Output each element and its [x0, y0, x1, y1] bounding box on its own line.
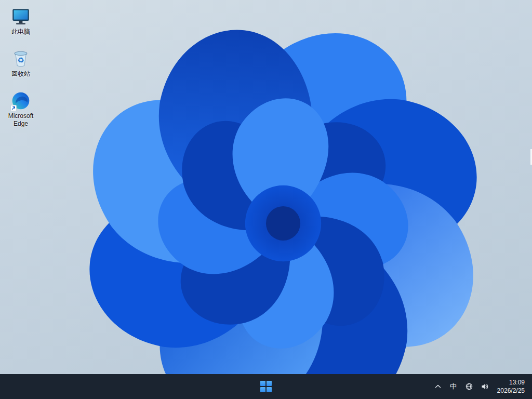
- svg-text:♻: ♻: [17, 56, 24, 64]
- volume-button[interactable]: [477, 378, 492, 395]
- desktop-icon-recycle-bin[interactable]: ♻ 回收站: [1, 46, 41, 80]
- desktop-icon-label: 此电脑: [11, 28, 30, 36]
- clock-time: 13:09: [509, 378, 525, 387]
- globe-icon: [465, 382, 473, 391]
- ime-indicator[interactable]: 中: [446, 378, 461, 395]
- clock-date: 2026/2/25: [497, 387, 525, 395]
- clock[interactable]: 13:09 2026/2/25: [493, 376, 529, 397]
- network-button[interactable]: [462, 378, 476, 395]
- desktop-icon-label: 回收站: [11, 70, 30, 78]
- recycle-bin-icon: ♻: [11, 49, 30, 68]
- desktop-icon-column: 此电脑 ♻ 回收站: [1, 4, 41, 138]
- desktop-icon-this-pc[interactable]: 此电脑: [1, 4, 41, 38]
- desktop-icon-label: Microsoft Edge: [2, 112, 39, 128]
- system-tray: 中 13:09 2026/2/25: [431, 374, 529, 399]
- bloom-artwork: [0, 0, 532, 399]
- windows-logo-icon: [260, 381, 272, 392]
- monitor-icon: [11, 7, 30, 26]
- taskbar: 中 13:09 2026/2/25: [0, 374, 532, 399]
- desktop-wallpaper: [0, 0, 532, 399]
- shortcut-arrow-icon: [10, 105, 17, 111]
- desktop-icon-edge[interactable]: Microsoft Edge: [1, 88, 41, 130]
- edge-swirl-icon: [11, 91, 30, 110]
- ime-mode-label: 中: [450, 382, 457, 391]
- speaker-icon: [481, 382, 489, 391]
- tray-overflow-button[interactable]: [431, 378, 445, 395]
- chevron-up-icon: [434, 382, 442, 391]
- start-button[interactable]: [256, 376, 276, 397]
